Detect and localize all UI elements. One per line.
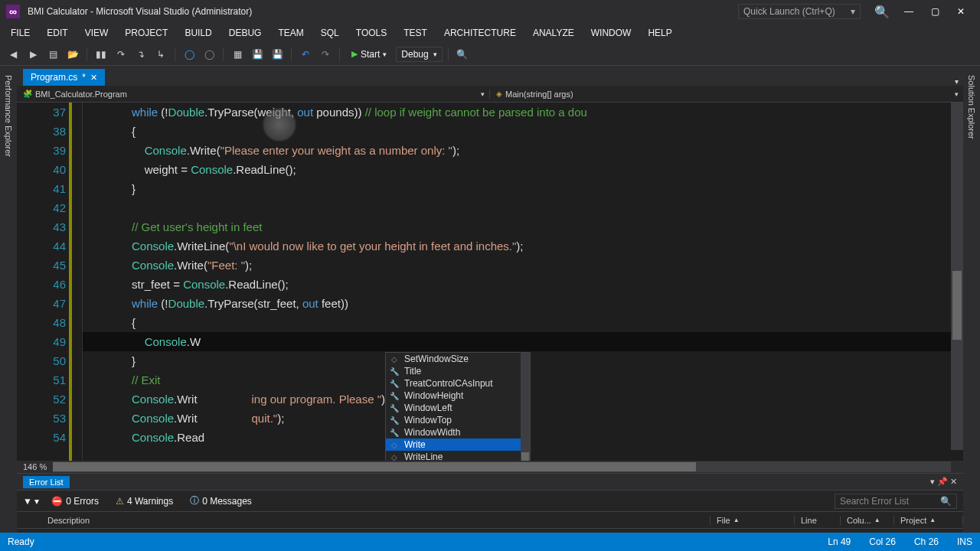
close-icon[interactable]: ✕ [90,73,97,83]
code-line[interactable]: str_feet = Console.ReadLine(); [83,275,963,294]
member-icon: 🔧 [389,404,400,412]
col-line[interactable]: Line [795,516,841,525]
menu-view[interactable]: VIEW [77,24,116,41]
code-line[interactable] [83,198,963,217]
intellisense-item[interactable]: 🔧WindowLeft [386,402,521,414]
intellisense-popup[interactable]: ◇SetWindowSize🔧Title🔧TreatControlCAsInpu… [385,352,531,461]
error-list-panel: Error List ▾ 📌 ✕ ▼ ▾ ⛔0 Errors ⚠4 Warnin… [17,473,963,533]
step-out-button[interactable]: ↳ [152,46,169,63]
dropdown-icon[interactable]: ▾ [930,477,935,487]
code-line[interactable]: { [83,122,963,141]
quick-launch-input[interactable]: Quick Launch (Ctrl+Q) ▾ [738,4,861,19]
find-button[interactable]: 🔍 [454,46,471,63]
col-project[interactable]: Project▲ [894,516,963,525]
menu-analyze[interactable]: ANALYZE [525,24,582,41]
pause-button[interactable]: ▮▮ [93,46,109,63]
col-description[interactable]: Description [41,516,710,525]
menu-debug[interactable]: DEBUG [221,24,270,41]
intellisense-item[interactable]: 🔧Title [386,365,521,377]
back-button[interactable]: ◀ [5,46,21,63]
chevron-down-icon: ▾ [851,6,855,17]
intellisense-item[interactable]: ◇Write [386,439,521,451]
code-line[interactable]: Console.WriteLine("\nI would now like to… [83,236,963,256]
intellisense-scrollbar[interactable] [521,353,530,461]
cursor-highlight [262,107,297,142]
code-line[interactable]: // Get user's height in feet [83,217,963,236]
menu-help[interactable]: HELP [640,24,679,41]
new-item-button[interactable]: ▤ [44,46,61,63]
intellisense-item[interactable]: 🔧WindowTop [386,414,521,426]
start-button[interactable]: ▶ Start ▾ [345,47,393,61]
menu-window[interactable]: WINDOW [583,24,639,41]
close-button[interactable]: ✕ [948,3,974,20]
zoom-level[interactable]: 146 % [17,462,53,471]
file-tab-program[interactable]: Program.cs * ✕ [23,69,105,86]
intellisense-item[interactable]: 🔧WindowHeight [386,390,521,402]
menu-project[interactable]: PROJECT [117,24,175,41]
step-over-button[interactable]: ↴ [132,46,149,63]
nav-bar: 🧩 BMI_Calculator.Program ▾ ◈ Main(string… [17,86,963,103]
nav-back-button[interactable]: ◯ [181,46,198,63]
tab-overflow-button[interactable]: ▾ [955,77,959,86]
fold-margin[interactable] [72,103,83,461]
config-select[interactable]: Debug ▾ [396,47,442,62]
class-selector[interactable]: 🧩 BMI_Calculator.Program ▾ [17,90,490,99]
undo-button[interactable]: ↶ [297,46,314,63]
new-project-button[interactable]: ▦ [229,46,246,63]
code-line[interactable]: weight = Console.ReadLine(); [83,160,963,179]
vertical-scrollbar[interactable] [951,103,963,450]
member-icon: ◇ [389,453,400,461]
code-editor[interactable]: 373839404142434445464748495051525354 ◇Se… [17,103,963,461]
open-button[interactable]: 📂 [64,46,81,63]
editor-footer: 146 % [17,461,963,473]
horizontal-scrollbar[interactable] [53,461,951,472]
intellisense-item[interactable]: 🔧WindowWidth [386,426,521,439]
close-icon[interactable]: ✕ [950,477,957,487]
chevron-down-icon: ▾ [481,90,485,98]
error-list-tab[interactable]: Error List [23,476,70,488]
code-line[interactable]: while (!Double.TryParse(str_feet, out fe… [83,294,963,313]
menu-team[interactable]: TEAM [270,24,311,41]
intellisense-item[interactable]: ◇SetWindowSize [386,353,521,365]
errors-filter[interactable]: ⛔0 Errors [47,494,103,508]
save-button[interactable]: 💾 [249,46,266,63]
error-search-input[interactable]: Search Error List 🔍 [835,494,957,509]
minimize-button[interactable]: — [896,3,922,20]
method-selector[interactable]: ◈ Main(string[] args) ▾ [490,90,963,99]
search-icon[interactable]: 🔍 [874,5,890,19]
class-icon: 🧩 [23,90,32,98]
intellisense-item[interactable]: ◇WriteLine [386,451,521,461]
member-icon: 🔧 [389,416,400,425]
warnings-filter[interactable]: ⚠4 Warnings [111,494,178,508]
code-line[interactable]: while (!Double.TryParse(weight, out poun… [83,103,963,122]
code-line[interactable]: Console.Write("Please enter your weight … [83,141,963,160]
menu-tools[interactable]: TOOLS [348,24,394,41]
menu-file[interactable]: FILE [3,24,38,41]
menu-test[interactable]: TEST [396,24,435,41]
performance-explorer-tab[interactable]: Performance Explorer [4,70,13,161]
nav-fwd-button[interactable]: ◯ [201,46,217,63]
chevron-down-icon: ▾ [955,90,959,98]
code-line[interactable]: Console.W [83,332,963,351]
menu-build[interactable]: BUILD [177,24,219,41]
maximize-button[interactable]: ▢ [922,3,948,20]
forward-button[interactable]: ▶ [24,46,41,63]
solution-explorer-tab[interactable]: Solution Explorer [967,70,976,144]
menu-architecture[interactable]: ARCHITECTURE [436,24,524,41]
menu-sql[interactable]: SQL [313,24,347,41]
menu-edit[interactable]: EDIT [39,24,75,41]
col-file[interactable]: File▲ [710,516,795,525]
col-column[interactable]: Colu...▲ [841,516,894,525]
step-button[interactable]: ↷ [113,46,129,63]
status-ch: Ch 26 [914,536,939,547]
code-line[interactable]: Console.Write("Feet: "); [83,256,963,275]
window-title: BMI Calculator - Microsoft Visual Studio… [28,6,738,17]
redo-button[interactable]: ↷ [317,46,334,63]
save-all-button[interactable]: 💾 [269,46,286,63]
messages-filter[interactable]: ⓘ0 Messages [185,493,256,509]
intellisense-item[interactable]: 🔧TreatControlCAsInput [386,377,521,390]
pin-icon[interactable]: 📌 [937,477,948,487]
filter-dropdown[interactable]: ▼ ▾ [23,496,39,507]
code-line[interactable]: } [83,179,963,198]
code-line[interactable]: { [83,313,963,332]
